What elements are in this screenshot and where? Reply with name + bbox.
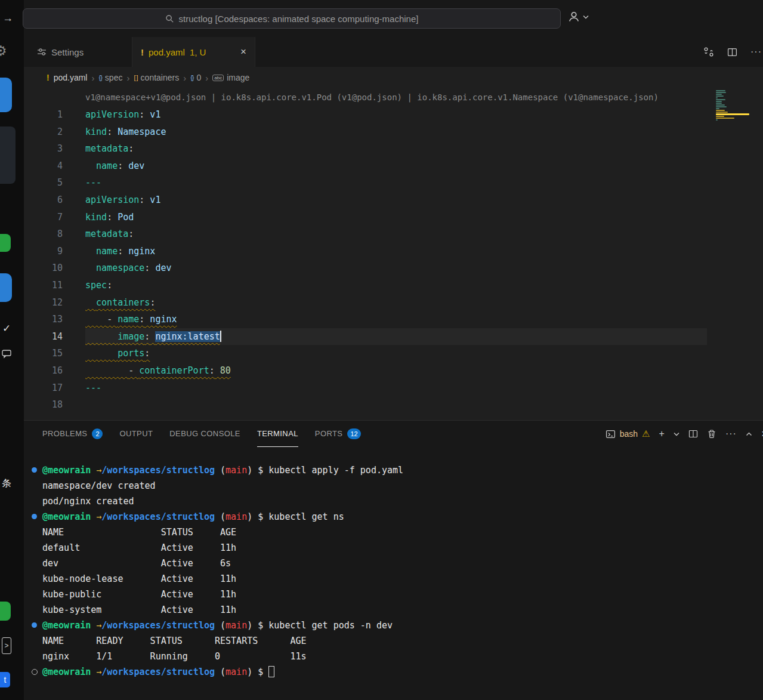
tab-pod-yaml[interactable]: ! pod.yaml 1, U × [132,37,255,67]
kill-terminal-trash-icon[interactable] [707,429,716,439]
command-decoration-dot[interactable] [32,467,37,473]
code-line[interactable]: 2kind: Namespace [24,124,763,141]
terminal-text: ) $ [247,667,268,677]
code-line[interactable]: 8metadata: [24,226,763,243]
selected-text: nginx:latest [155,331,220,342]
terminal-line: @meowrain →/workspaces/structlog (main) … [24,664,763,680]
line-number: 1 [24,106,85,124]
code-content: name: dev [85,158,707,175]
terminal-text: NAME STATUS AGE [42,527,236,538]
account-icon [568,11,580,23]
code-token: image [118,331,144,342]
terminal-text: ( [215,620,225,631]
cjk-glyph: 条 [2,477,11,490]
breadcrumb-label: 0 [197,73,202,82]
panel-tab-debug-console[interactable]: DEBUG CONSOLE [169,421,240,447]
rail-t-badge: t [0,672,10,687]
breadcrumb-item-image[interactable]: abcimage [212,73,249,82]
code-line[interactable]: 6apiVersion: v1 [24,192,763,209]
code-line[interactable]: 4 name: dev [24,158,763,175]
code-line[interactable]: 5--- [24,174,763,192]
terminal-line: namespace/dev created [24,478,763,494]
code-token: kind [85,127,107,137]
yaml-file-icon: ! [141,47,144,57]
line-number: 4 [24,158,85,175]
more-actions-icon[interactable]: ··· [750,47,762,57]
code-token: : [139,314,144,325]
code-line[interactable]: 10 namespace: dev [24,260,763,277]
minimap-line [716,90,725,91]
terminal-text: main [225,620,247,631]
rail-green-badge-2 [0,602,11,621]
code-editor[interactable]: v1@namespace+v1@pod.json | io.k8s.api.co… [24,88,763,420]
new-terminal-button[interactable]: + [659,428,665,439]
breadcrumb-item-spec[interactable]: {}spec [98,73,122,82]
minimap-line [716,116,724,117]
terminal-line: default Active 11h [24,540,763,556]
code-line[interactable]: 18 [24,396,763,414]
code-line[interactable]: 15 ports: [24,345,763,362]
breadcrumb-item-0[interactable]: {}0 [190,73,201,82]
breadcrumb-label: spec [105,73,123,82]
terminal-text: /workspaces/structlog [101,667,215,677]
command-decoration-dot[interactable] [32,514,37,519]
code-content: --- [85,380,707,397]
terminal-text: @meowrain [42,511,91,522]
code-token: Pod [112,212,134,223]
terminal-viewport[interactable]: @meowrain →/workspaces/structlog (main) … [24,447,763,700]
terminal-text: @meowrain [42,620,91,631]
code-line[interactable]: 1apiVersion: v1 [24,106,763,124]
terminal-text: main [225,465,247,476]
panel-more-actions-icon[interactable]: ··· [725,428,737,439]
maximize-panel-chevron-icon[interactable] [746,432,752,436]
code-line[interactable]: 17--- [24,380,763,397]
search-icon [165,14,174,23]
shell-name: bash [620,429,638,439]
minimap[interactable] [716,90,755,123]
breadcrumb-item-containers[interactable]: [ ]containers [134,73,179,82]
object-symbol-icon: {} [98,74,101,81]
terminal-text: ( [215,511,225,522]
panel-tab-ports[interactable]: PORTS12 [315,421,361,447]
code-token: : [107,280,112,291]
breadcrumb-file[interactable]: pod.yaml [54,73,88,82]
panel-tab-terminal[interactable]: TERMINAL [257,421,298,447]
command-center-search[interactable]: structlog [Codespaces: animated space co… [23,8,561,29]
code-token: : [128,143,134,154]
code-line[interactable]: 12 containers: [24,294,763,312]
code-line[interactable]: 3metadata: [24,140,763,158]
split-editor-icon[interactable] [727,47,737,57]
code-line[interactable]: 13 - name: nginx [24,311,763,328]
split-terminal-icon[interactable] [688,429,698,439]
account-menu[interactable] [568,11,589,23]
code-token: containerPort [139,365,209,376]
open-changes-icon[interactable] [703,47,714,57]
breadcrumb-items: ›{}spec›[ ]containers›{}0›abcimage [91,73,249,83]
code-content [85,396,707,414]
search-text: structlog [Codespaces: animated space co… [179,14,419,24]
panel-tab-output[interactable]: OUTPUT [119,421,153,447]
code-line[interactable]: 7kind: Pod [24,209,763,226]
code-line[interactable]: 11spec: [24,277,763,294]
breadcrumb-label: containers [141,73,180,82]
terminal-profile-chevron-icon[interactable] [674,432,679,436]
panel-tab-problems[interactable]: PROBLEMS2 [42,421,103,447]
schema-hint-codelens[interactable]: v1@namespace+v1@pod.json | io.k8s.api.co… [85,88,763,106]
tab-settings[interactable]: Settings [24,37,132,67]
code-line[interactable]: 9 name: nginx [24,243,763,260]
command-decoration-dot[interactable] [32,622,37,628]
command-decoration-circle[interactable] [32,669,38,675]
code-line[interactable]: 16 - containerPort: 80 [24,362,763,380]
panel-header: PROBLEMS2OUTPUTDEBUG CONSOLETERMINALPORT… [24,421,763,447]
code-token [85,348,118,359]
terminal-text: ) $ kubectl get ns [247,511,344,522]
code-content: ports: [85,345,707,362]
code-line[interactable]: 14 image: nginx:latest [24,328,763,346]
terminal-text: kube-public Active 11h [42,589,236,600]
close-icon[interactable]: × [240,46,246,58]
shell-indicator[interactable]: bash ⚠ [606,428,650,439]
gear-icon[interactable]: ⚙ [0,43,7,59]
warning-icon[interactable]: ⚠ [642,428,650,439]
code-token [85,263,96,273]
forward-arrow-icon[interactable]: → [2,12,13,24]
